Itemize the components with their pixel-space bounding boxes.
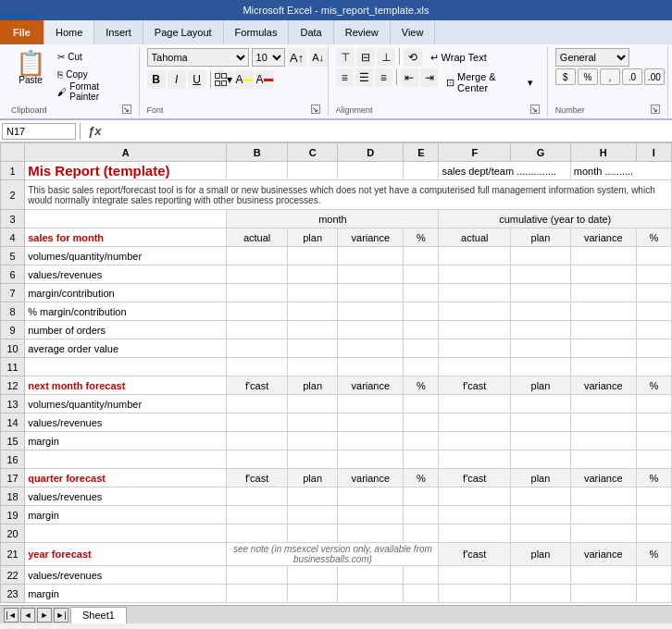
- cell-D9[interactable]: [338, 321, 404, 339]
- tab-formulas[interactable]: Formulas: [224, 20, 290, 44]
- cell-F15[interactable]: [439, 432, 511, 450]
- currency-button[interactable]: $: [555, 68, 576, 85]
- copy-button[interactable]: ⎘ Copy: [54, 66, 131, 82]
- cell-A12[interactable]: next month forecast: [25, 376, 227, 395]
- cell-A4[interactable]: sales for month: [25, 228, 227, 247]
- col-header-E[interactable]: E: [404, 143, 439, 162]
- border-button[interactable]: ▾: [215, 70, 233, 89]
- cell-B23[interactable]: [227, 585, 287, 603]
- cell-C22[interactable]: [287, 566, 338, 585]
- cell-D1[interactable]: [338, 162, 404, 180]
- cell-I13[interactable]: [636, 395, 671, 413]
- cell-D22[interactable]: [338, 566, 404, 585]
- cell-F17[interactable]: f'cast: [439, 469, 511, 487]
- cell-F9[interactable]: [439, 321, 511, 339]
- decrease-decimal-button[interactable]: .00: [644, 68, 665, 85]
- cell-H6[interactable]: [570, 265, 636, 284]
- cell-C16[interactable]: [287, 450, 338, 469]
- cell-month-header[interactable]: month: [227, 210, 439, 228]
- cell-D15[interactable]: [338, 432, 404, 450]
- cell-H7[interactable]: [570, 284, 636, 302]
- cell-H18[interactable]: [570, 487, 636, 506]
- cell-F18[interactable]: [439, 487, 511, 506]
- cell-A10[interactable]: average order value: [25, 339, 227, 358]
- cell-A21[interactable]: year forecast: [25, 543, 227, 566]
- tab-insert[interactable]: Insert: [94, 20, 143, 44]
- cell-D5[interactable]: [338, 247, 404, 265]
- cell-E23[interactable]: [404, 585, 439, 603]
- cell-F21[interactable]: f'cast: [439, 543, 511, 566]
- col-header-D[interactable]: D: [338, 143, 404, 162]
- cell-F13[interactable]: [439, 395, 511, 413]
- font-expand-icon[interactable]: ↘: [311, 105, 320, 114]
- cell-B12[interactable]: f'cast: [227, 376, 287, 395]
- cell-B20[interactable]: [227, 524, 287, 543]
- number-expand-icon[interactable]: ↘: [651, 105, 660, 114]
- cell-H1[interactable]: month ..........: [570, 162, 671, 180]
- cell-H16[interactable]: [570, 450, 636, 469]
- cell-B11[interactable]: [227, 358, 287, 376]
- merge-center-button[interactable]: ⊡ Merge & Center▾: [440, 68, 540, 96]
- cell-A20[interactable]: [25, 524, 227, 543]
- cell-A15[interactable]: margin: [25, 432, 227, 450]
- cell-F4[interactable]: actual: [439, 228, 511, 247]
- cell-G10[interactable]: [511, 339, 571, 358]
- cell-H23[interactable]: [570, 585, 636, 603]
- underline-button[interactable]: U: [188, 70, 206, 89]
- increase-indent-button[interactable]: ⇥: [420, 68, 438, 87]
- cell-C14[interactable]: [287, 413, 338, 432]
- cell-B5[interactable]: [227, 247, 287, 265]
- cell-A17[interactable]: quarter forecast: [25, 469, 227, 487]
- cell-E15[interactable]: [404, 432, 439, 450]
- cell-B17[interactable]: f'cast: [227, 469, 287, 487]
- increase-font-button[interactable]: A↑: [288, 48, 306, 67]
- cell-I4[interactable]: %: [636, 228, 671, 247]
- cell-G6[interactable]: [511, 265, 571, 284]
- cell-H10[interactable]: [570, 339, 636, 358]
- cell-H9[interactable]: [570, 321, 636, 339]
- cell-F7[interactable]: [439, 284, 511, 302]
- cell-G5[interactable]: [511, 247, 571, 265]
- cell-B1[interactable]: [227, 162, 287, 180]
- cell-A19[interactable]: margin: [25, 506, 227, 524]
- cell-B6[interactable]: [227, 265, 287, 284]
- cell-C23[interactable]: [287, 585, 338, 603]
- cell-G22[interactable]: [511, 566, 571, 585]
- cell-I10[interactable]: [636, 339, 671, 358]
- font-family-select[interactable]: Tahoma: [147, 48, 249, 67]
- align-left-button[interactable]: ≡: [336, 68, 354, 87]
- cell-F16[interactable]: [439, 450, 511, 469]
- cell-F22[interactable]: [439, 566, 511, 585]
- cell-F11[interactable]: [439, 358, 511, 376]
- cell-H12[interactable]: variance: [570, 376, 636, 395]
- cell-I6[interactable]: [636, 265, 671, 284]
- col-header-G[interactable]: G: [511, 143, 571, 162]
- cell-D6[interactable]: [338, 265, 404, 284]
- tab-file[interactable]: File: [0, 20, 44, 44]
- cell-C10[interactable]: [287, 339, 338, 358]
- cell-C17[interactable]: plan: [287, 469, 338, 487]
- cell-E11[interactable]: [404, 358, 439, 376]
- cell-I21[interactable]: %: [636, 543, 671, 566]
- align-bottom-button[interactable]: ⊥: [377, 48, 395, 67]
- cell-G7[interactable]: [511, 284, 571, 302]
- cell-G23[interactable]: [511, 585, 571, 603]
- cell-E7[interactable]: [404, 284, 439, 302]
- cell-D17[interactable]: variance: [338, 469, 404, 487]
- cell-I16[interactable]: [636, 450, 671, 469]
- wrap-text-button[interactable]: ↵ Wrap Text: [424, 48, 493, 67]
- cell-B10[interactable]: [227, 339, 287, 358]
- cell-G21[interactable]: plan: [511, 543, 571, 566]
- comma-button[interactable]: ,: [600, 68, 620, 85]
- cell-H8[interactable]: [570, 302, 636, 321]
- cell-A23[interactable]: margin: [25, 585, 227, 603]
- cell-F5[interactable]: [439, 247, 511, 265]
- cell-B19[interactable]: [227, 506, 287, 524]
- cell-B8[interactable]: [227, 302, 287, 321]
- cell-H22[interactable]: [570, 566, 636, 585]
- cell-D13[interactable]: [338, 395, 404, 413]
- cell-E22[interactable]: [404, 566, 439, 585]
- font-size-select[interactable]: 10: [252, 48, 285, 67]
- cut-button[interactable]: ✂ Cut: [54, 48, 131, 65]
- cell-I19[interactable]: [636, 506, 671, 524]
